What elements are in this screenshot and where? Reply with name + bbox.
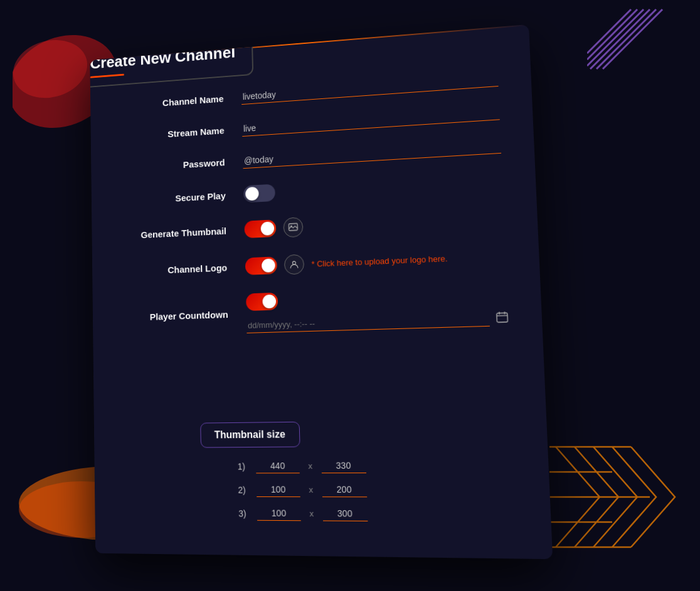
thumbnail-num-1: 1) bbox=[238, 461, 252, 471]
generate-thumbnail-row: Generate Thumbnail bbox=[120, 207, 504, 245]
svg-line-1 bbox=[603, 9, 662, 69]
player-countdown-row: Player Countdown bbox=[122, 285, 509, 337]
thumbnail-size-rows: 1) x 2) x 3) x bbox=[237, 458, 537, 523]
channel-name-input-area bbox=[241, 71, 499, 105]
stream-name-input-area bbox=[242, 104, 500, 137]
countdown-datetime-input[interactable] bbox=[247, 311, 490, 333]
thumbnail-height-3[interactable] bbox=[322, 506, 368, 521]
thumbnail-image-icon[interactable] bbox=[283, 217, 303, 238]
thumbnail-height-2[interactable] bbox=[322, 483, 367, 498]
secure-play-row: Secure Play bbox=[120, 171, 502, 209]
thumbnail-row-1: 1) x bbox=[237, 458, 535, 474]
player-countdown-area bbox=[246, 285, 509, 333]
thumbnail-row-3: 3) x bbox=[238, 506, 538, 523]
password-label: Password bbox=[120, 156, 243, 174]
thumbnail-width-1[interactable] bbox=[256, 459, 300, 474]
stream-name-row: Stream Name bbox=[119, 104, 500, 145]
channel-logo-row: Channel Logo * Click here to uplo bbox=[121, 246, 506, 281]
svg-point-17 bbox=[292, 261, 295, 264]
channel-logo-upload-icon[interactable] bbox=[284, 254, 304, 275]
thumbnail-x-2: x bbox=[309, 485, 313, 494]
channel-name-input[interactable] bbox=[241, 71, 499, 105]
channel-form: Channel Name Stream Name Password Secure… bbox=[119, 71, 508, 337]
thumbnail-row-2: 2) x bbox=[238, 482, 536, 498]
calendar-icon[interactable] bbox=[496, 311, 509, 325]
countdown-datetime-row bbox=[247, 310, 509, 333]
thumbnail-width-2[interactable] bbox=[257, 483, 300, 498]
password-input[interactable] bbox=[243, 138, 501, 169]
thumbnail-x-1: x bbox=[308, 461, 312, 471]
player-countdown-controls bbox=[246, 285, 507, 311]
thumbnail-size-badge: Thumbnail size bbox=[200, 422, 300, 448]
generate-thumbnail-toggle[interactable] bbox=[244, 219, 276, 238]
purple-lines-decoration bbox=[587, 6, 669, 88]
stream-name-input[interactable] bbox=[242, 104, 500, 137]
create-channel-card: Create New Channel Channel Name Stream N… bbox=[90, 24, 553, 559]
secure-play-toggle[interactable] bbox=[243, 184, 275, 203]
secure-play-label: Secure Play bbox=[120, 189, 243, 206]
secure-play-toggle-area bbox=[243, 171, 502, 202]
generate-thumbnail-area bbox=[244, 207, 504, 239]
svg-line-0 bbox=[597, 9, 656, 69]
channel-name-label: Channel Name bbox=[119, 92, 241, 111]
password-row: Password bbox=[120, 138, 501, 176]
stream-name-label: Stream Name bbox=[119, 124, 242, 142]
svg-line-2 bbox=[590, 9, 650, 69]
channel-logo-controls: * Click here to upload your logo here. bbox=[245, 246, 506, 276]
channel-logo-area: * Click here to upload your logo here. bbox=[245, 246, 506, 276]
channel-logo-label: Channel Logo bbox=[121, 261, 245, 277]
thumbnail-num-2: 2) bbox=[238, 484, 252, 494]
thumbnail-x-3: x bbox=[309, 509, 314, 518]
thumbnail-num-3: 3) bbox=[238, 508, 252, 518]
player-countdown-toggle[interactable] bbox=[246, 293, 278, 311]
generate-thumbnail-controls bbox=[244, 207, 504, 239]
channel-logo-hint[interactable]: * Click here to upload your logo here. bbox=[311, 253, 447, 268]
player-countdown-label: Player Countdown bbox=[122, 308, 247, 323]
thumbnail-size-section: Thumbnail size 1) x 2) x 3) x bbox=[94, 419, 551, 532]
thumbnail-width-3[interactable] bbox=[257, 506, 301, 521]
thumbnail-height-1[interactable] bbox=[321, 458, 366, 473]
svg-rect-18 bbox=[497, 313, 508, 322]
password-input-area bbox=[243, 138, 501, 169]
svg-line-19 bbox=[497, 315, 507, 316]
channel-logo-toggle[interactable] bbox=[245, 256, 277, 275]
generate-thumbnail-label: Generate Thumbnail bbox=[120, 224, 245, 241]
orange-arrow-decoration bbox=[549, 434, 687, 560]
